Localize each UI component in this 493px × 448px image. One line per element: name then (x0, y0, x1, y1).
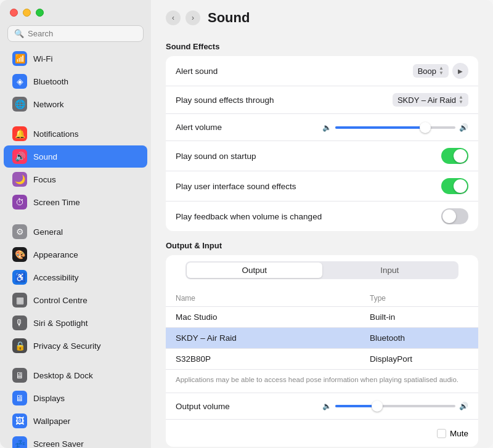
tab-input[interactable]: Input (322, 263, 458, 278)
screentime-icon: ⏱ (12, 195, 27, 210)
sidebar-item-bluetooth[interactable]: ◈Bluetooth (4, 70, 147, 92)
output-input-card: Output Input Name Type Mac Studio Built-… (166, 255, 478, 447)
sidebar-item-label-wallpaper: Wallpaper (33, 417, 70, 426)
search-input[interactable] (28, 29, 137, 38)
mute-checkbox[interactable] (437, 429, 446, 438)
sidebar-item-screensaver[interactable]: 💤Screen Saver (4, 433, 147, 448)
sidebar-item-appearance[interactable]: 🎨Appearance (4, 243, 147, 266)
sidebar-item-sound[interactable]: 🔊Sound (4, 145, 147, 168)
screensaver-icon: 💤 (12, 436, 27, 448)
alert-volume-track[interactable] (335, 126, 456, 129)
sidebar-item-label-control: Control Centre (33, 296, 88, 305)
traffic-lights (0, 0, 151, 23)
sidebar-item-label-network: Network (33, 100, 64, 109)
forward-button[interactable]: › (185, 10, 200, 25)
sidebar-section-gap-2 (0, 357, 151, 364)
devices-table-header: Name Type (166, 290, 478, 307)
output-volume-fill (335, 405, 377, 407)
sidebar-item-privacy[interactable]: 🔒Privacy & Security (4, 335, 147, 357)
sidebar-item-desktop[interactable]: 🖥Desktop & Dock (4, 364, 147, 386)
output-volume-thumb[interactable] (372, 401, 383, 412)
sidebar-item-focus[interactable]: 🌙Focus (4, 168, 147, 190)
close-button[interactable] (10, 9, 18, 17)
startup-sound-toggle[interactable] (441, 148, 468, 164)
output-volume-row: Output volume 🔈 🔊 (166, 393, 478, 420)
play-through-value: SKDY – Air Raid ▲▼ (393, 93, 468, 107)
output-volume-high-icon: 🔊 (459, 402, 468, 410)
sidebar-item-label-privacy: Privacy & Security (33, 341, 101, 351)
play-through-row: Play sound effects through SKDY – Air Ra… (166, 86, 478, 114)
column-name-header: Name (176, 294, 370, 303)
sidebar-item-accessibility[interactable]: ♿Accessibility (4, 266, 147, 288)
ui-sounds-label: Play user interface sound effects (176, 182, 441, 191)
privacy-icon: 🔒 (12, 338, 27, 353)
sidebar-item-general[interactable]: ⚙General (4, 221, 147, 243)
content-area: Sound Effects Alert sound Boop ▲▼ ▶ Play (151, 42, 493, 448)
device-type: Built-in (370, 312, 468, 322)
volume-feedback-toggle[interactable] (441, 208, 468, 224)
output-volume-label: Output volume (176, 402, 322, 411)
sound-effects-section-title: Sound Effects (166, 42, 478, 51)
sidebar-item-label-general: General (33, 227, 63, 237)
back-button[interactable]: ‹ (166, 10, 181, 25)
accessibility-icon: ♿ (12, 270, 27, 285)
sidebar-item-siri[interactable]: 🎙Siri & Spotlight (4, 312, 147, 334)
displays-icon: 🖥 (12, 391, 27, 405)
spatialised-audio-info: Applications may be able to access head … (166, 370, 478, 393)
volume-feedback-toggle-knob (442, 210, 456, 223)
play-through-label: Play sound effects through (176, 96, 393, 105)
sidebar: 🔍 📶Wi-Fi◈Bluetooth🌐Network🔔Notifications… (0, 0, 151, 448)
device-type: DisplayPort (370, 354, 468, 364)
sidebar-item-network[interactable]: 🌐Network (4, 93, 147, 115)
sidebar-item-screentime[interactable]: ⏱Screen Time (4, 191, 147, 213)
output-volume-track[interactable] (335, 405, 456, 407)
sidebar-item-wallpaper[interactable]: 🖼Wallpaper (4, 410, 147, 432)
sidebar-item-label-notifications: Notifications (33, 129, 79, 139)
focus-icon: 🌙 (12, 172, 27, 187)
sidebar-item-control[interactable]: ▦Control Centre (4, 289, 147, 311)
alert-sound-selected: Boop (418, 67, 436, 76)
output-volume-low-icon: 🔈 (322, 402, 332, 410)
volume-feedback-row: Play feedback when volume is changed (166, 202, 478, 231)
alert-sound-value: Boop ▲▼ ▶ (413, 63, 468, 79)
minimize-button[interactable] (23, 9, 31, 17)
desktop-icon: 🖥 (12, 368, 27, 383)
sidebar-item-label-siri: Siri & Spotlight (33, 319, 88, 328)
startup-sound-row: Play sound on startup (166, 141, 478, 171)
chevron-updown-icon: ▲▼ (458, 95, 463, 105)
appearance-icon: 🎨 (12, 247, 27, 262)
ui-sounds-toggle-knob (454, 179, 467, 193)
sidebar-item-label-focus: Focus (33, 175, 56, 184)
mute-row: Mute (166, 420, 478, 447)
sidebar-section-gap-1 (0, 214, 151, 220)
ui-sounds-toggle[interactable] (441, 178, 468, 194)
device-name: S32B80P (176, 354, 370, 364)
alert-sound-play-button[interactable]: ▶ (452, 63, 468, 79)
sidebar-item-label-accessibility: Accessibility (33, 273, 79, 282)
volume-feedback-label: Play feedback when volume is changed (176, 212, 441, 221)
maximize-button[interactable] (36, 9, 44, 17)
search-bar[interactable]: 🔍 (7, 25, 144, 42)
sidebar-item-label-bluetooth: Bluetooth (33, 77, 68, 86)
alert-sound-dropdown[interactable]: Boop ▲▼ (413, 64, 449, 78)
play-through-dropdown[interactable]: SKDY – Air Raid ▲▼ (393, 93, 468, 107)
output-input-section-title: Output & Input (166, 241, 478, 250)
sidebar-item-label-sound: Sound (33, 152, 57, 161)
tab-output[interactable]: Output (187, 263, 322, 278)
device-row-s32b80p[interactable]: S32B80P DisplayPort (166, 349, 478, 370)
alert-volume-thumb[interactable] (420, 122, 431, 133)
sidebar-item-wifi[interactable]: 📶Wi-Fi (4, 47, 147, 70)
output-volume-slider-container: 🔈 🔊 (322, 402, 469, 410)
device-name: Mac Studio (176, 312, 370, 322)
alert-sound-row: Alert sound Boop ▲▼ ▶ (166, 56, 478, 86)
wifi-icon: 📶 (12, 51, 27, 66)
sound-effects-card: Alert sound Boop ▲▼ ▶ Play sound effects… (166, 56, 478, 231)
general-icon: ⚙ (12, 224, 27, 239)
sidebar-item-displays[interactable]: 🖥Displays (4, 387, 147, 409)
sidebar-item-notifications[interactable]: 🔔Notifications (4, 123, 147, 145)
bluetooth-icon: ◈ (12, 74, 27, 89)
output-input-tabs: Output Input (185, 261, 458, 279)
chevron-updown-icon: ▲▼ (439, 66, 444, 76)
device-row-skdy[interactable]: SKDY – Air Raid Bluetooth (166, 328, 478, 349)
device-row-mac-studio[interactable]: Mac Studio Built-in (166, 307, 478, 328)
